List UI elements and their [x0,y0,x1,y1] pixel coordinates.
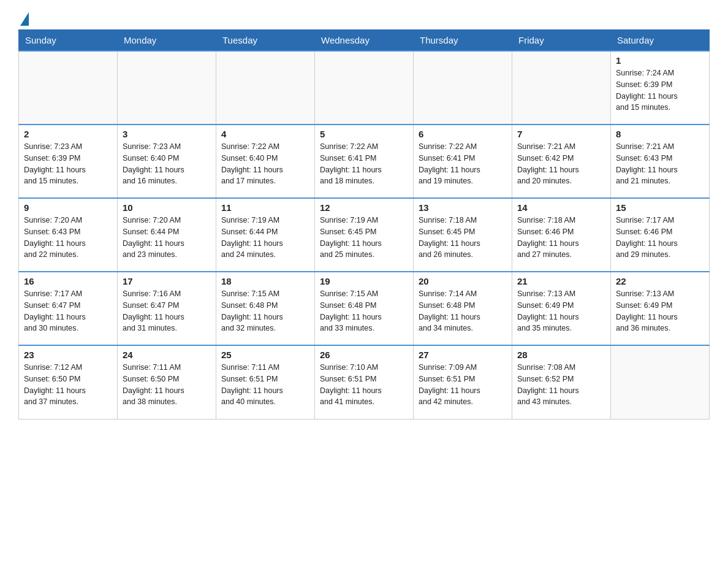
calendar-cell [611,345,710,419]
calendar-cell: 17Sunrise: 7:16 AM Sunset: 6:47 PM Dayli… [118,272,216,345]
calendar-cell: 7Sunrise: 7:21 AM Sunset: 6:42 PM Daylig… [512,124,611,198]
day-number: 20 [419,276,507,286]
calendar-cell: 22Sunrise: 7:13 AM Sunset: 6:49 PM Dayli… [611,272,710,345]
calendar-cell [216,51,315,124]
day-info: Sunrise: 7:14 AM Sunset: 6:48 PM Dayligh… [419,288,507,334]
day-number: 27 [419,350,507,360]
day-number: 21 [517,276,605,286]
weekday-header-friday: Friday [512,30,611,52]
calendar-cell: 11Sunrise: 7:19 AM Sunset: 6:44 PM Dayli… [216,198,315,272]
day-number: 8 [616,129,704,139]
day-number: 22 [616,276,704,286]
day-info: Sunrise: 7:19 AM Sunset: 6:45 PM Dayligh… [320,215,408,261]
weekday-header-row: SundayMondayTuesdayWednesdayThursdayFrid… [19,30,710,52]
day-number: 3 [123,129,211,139]
logo [18,12,55,23]
calendar-table: SundayMondayTuesdayWednesdayThursdayFrid… [18,29,710,419]
calendar-cell: 20Sunrise: 7:14 AM Sunset: 6:48 PM Dayli… [414,272,512,345]
logo-triangle-icon [20,12,29,26]
day-info: Sunrise: 7:13 AM Sunset: 6:49 PM Dayligh… [616,288,704,334]
calendar-cell: 23Sunrise: 7:12 AM Sunset: 6:50 PM Dayli… [19,345,118,419]
day-number: 7 [517,129,605,139]
weekday-header-tuesday: Tuesday [216,30,315,52]
calendar-cell: 13Sunrise: 7:18 AM Sunset: 6:45 PM Dayli… [414,198,512,272]
calendar-cell [414,51,512,124]
day-info: Sunrise: 7:20 AM Sunset: 6:44 PM Dayligh… [123,215,211,261]
calendar-body: 1Sunrise: 7:24 AM Sunset: 6:39 PM Daylig… [19,51,710,419]
day-info: Sunrise: 7:15 AM Sunset: 6:48 PM Dayligh… [320,288,408,334]
day-info: Sunrise: 7:12 AM Sunset: 6:50 PM Dayligh… [24,362,112,408]
day-number: 13 [419,202,507,213]
calendar-cell: 28Sunrise: 7:08 AM Sunset: 6:52 PM Dayli… [512,345,611,419]
day-info: Sunrise: 7:19 AM Sunset: 6:44 PM Dayligh… [221,215,309,261]
day-info: Sunrise: 7:20 AM Sunset: 6:43 PM Dayligh… [24,215,112,261]
day-info: Sunrise: 7:11 AM Sunset: 6:50 PM Dayligh… [123,362,211,408]
calendar-cell: 9Sunrise: 7:20 AM Sunset: 6:43 PM Daylig… [19,198,118,272]
day-number: 9 [24,202,112,213]
weekday-header-thursday: Thursday [414,30,512,52]
day-number: 28 [517,350,605,360]
week-row-5: 23Sunrise: 7:12 AM Sunset: 6:50 PM Dayli… [19,345,710,419]
calendar-cell: 21Sunrise: 7:13 AM Sunset: 6:49 PM Dayli… [512,272,611,345]
calendar-cell: 12Sunrise: 7:19 AM Sunset: 6:45 PM Dayli… [315,198,414,272]
calendar-cell: 1Sunrise: 7:24 AM Sunset: 6:39 PM Daylig… [611,51,710,124]
day-number: 14 [517,202,605,213]
day-number: 24 [123,350,211,360]
calendar-cell: 25Sunrise: 7:11 AM Sunset: 6:51 PM Dayli… [216,345,315,419]
weekday-header-wednesday: Wednesday [315,30,414,52]
calendar-cell: 4Sunrise: 7:22 AM Sunset: 6:40 PM Daylig… [216,124,315,198]
calendar-cell: 19Sunrise: 7:15 AM Sunset: 6:48 PM Dayli… [315,272,414,345]
calendar-cell: 10Sunrise: 7:20 AM Sunset: 6:44 PM Dayli… [118,198,216,272]
calendar-cell: 16Sunrise: 7:17 AM Sunset: 6:47 PM Dayli… [19,272,118,345]
calendar-cell: 3Sunrise: 7:23 AM Sunset: 6:40 PM Daylig… [118,124,216,198]
day-info: Sunrise: 7:17 AM Sunset: 6:46 PM Dayligh… [616,215,704,261]
day-info: Sunrise: 7:10 AM Sunset: 6:51 PM Dayligh… [320,362,408,408]
day-number: 4 [221,129,309,139]
calendar-cell: 24Sunrise: 7:11 AM Sunset: 6:50 PM Dayli… [118,345,216,419]
day-info: Sunrise: 7:22 AM Sunset: 6:41 PM Dayligh… [320,141,408,187]
day-info: Sunrise: 7:22 AM Sunset: 6:40 PM Dayligh… [221,141,309,187]
day-info: Sunrise: 7:11 AM Sunset: 6:51 PM Dayligh… [221,362,309,408]
calendar-cell: 18Sunrise: 7:15 AM Sunset: 6:48 PM Dayli… [216,272,315,345]
day-info: Sunrise: 7:23 AM Sunset: 6:40 PM Dayligh… [123,141,211,187]
day-info: Sunrise: 7:22 AM Sunset: 6:41 PM Dayligh… [419,141,507,187]
day-number: 6 [419,129,507,139]
day-number: 25 [221,350,309,360]
day-info: Sunrise: 7:24 AM Sunset: 6:39 PM Dayligh… [616,67,704,113]
calendar-cell [118,51,216,124]
week-row-4: 16Sunrise: 7:17 AM Sunset: 6:47 PM Dayli… [19,272,710,345]
day-info: Sunrise: 7:13 AM Sunset: 6:49 PM Dayligh… [517,288,605,334]
day-info: Sunrise: 7:21 AM Sunset: 6:43 PM Dayligh… [616,141,704,187]
day-number: 15 [616,202,704,213]
day-number: 11 [221,202,309,213]
day-info: Sunrise: 7:17 AM Sunset: 6:47 PM Dayligh… [24,288,112,334]
calendar-cell: 26Sunrise: 7:10 AM Sunset: 6:51 PM Dayli… [315,345,414,419]
day-info: Sunrise: 7:18 AM Sunset: 6:45 PM Dayligh… [419,215,507,261]
day-number: 23 [24,350,112,360]
calendar-cell [315,51,414,124]
day-info: Sunrise: 7:18 AM Sunset: 6:46 PM Dayligh… [517,215,605,261]
day-number: 19 [320,276,408,286]
day-number: 1 [616,55,704,66]
calendar-cell: 2Sunrise: 7:23 AM Sunset: 6:39 PM Daylig… [19,124,118,198]
calendar-cell: 5Sunrise: 7:22 AM Sunset: 6:41 PM Daylig… [315,124,414,198]
day-number: 16 [24,276,112,286]
day-info: Sunrise: 7:15 AM Sunset: 6:48 PM Dayligh… [221,288,309,334]
calendar-cell: 8Sunrise: 7:21 AM Sunset: 6:43 PM Daylig… [611,124,710,198]
calendar-cell: 6Sunrise: 7:22 AM Sunset: 6:41 PM Daylig… [414,124,512,198]
calendar-header: SundayMondayTuesdayWednesdayThursdayFrid… [19,30,710,52]
day-info: Sunrise: 7:21 AM Sunset: 6:42 PM Dayligh… [517,141,605,187]
weekday-header-sunday: Sunday [19,30,118,52]
calendar-cell: 15Sunrise: 7:17 AM Sunset: 6:46 PM Dayli… [611,198,710,272]
calendar-cell: 27Sunrise: 7:09 AM Sunset: 6:51 PM Dayli… [414,345,512,419]
day-info: Sunrise: 7:08 AM Sunset: 6:52 PM Dayligh… [517,362,605,408]
week-row-1: 1Sunrise: 7:24 AM Sunset: 6:39 PM Daylig… [19,51,710,124]
weekday-header-monday: Monday [118,30,216,52]
day-number: 5 [320,129,408,139]
day-info: Sunrise: 7:16 AM Sunset: 6:47 PM Dayligh… [123,288,211,334]
day-number: 17 [123,276,211,286]
calendar-cell [19,51,118,124]
day-info: Sunrise: 7:09 AM Sunset: 6:51 PM Dayligh… [419,362,507,408]
week-row-3: 9Sunrise: 7:20 AM Sunset: 6:43 PM Daylig… [19,198,710,272]
calendar-cell: 14Sunrise: 7:18 AM Sunset: 6:46 PM Dayli… [512,198,611,272]
